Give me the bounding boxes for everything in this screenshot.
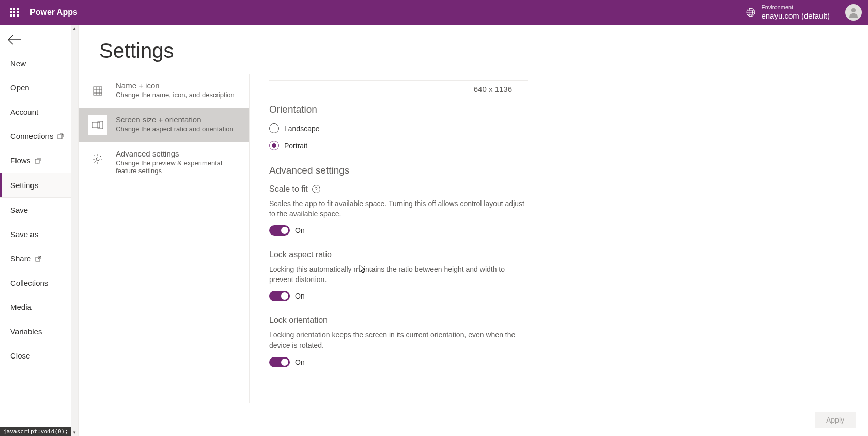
panel-footer: Apply bbox=[79, 403, 868, 436]
svg-rect-18 bbox=[92, 122, 100, 128]
nav-share[interactable]: Share bbox=[0, 246, 78, 271]
tab-desc: Change the name, icon, and description bbox=[116, 91, 235, 99]
toggle-state: On bbox=[295, 358, 305, 366]
environment-name: enayu.com (default) bbox=[761, 11, 830, 21]
nav-account[interactable]: Account bbox=[0, 100, 78, 124]
page-title: Settings bbox=[79, 25, 868, 74]
lock-aspect-desc: Locking this automatically maintains the… bbox=[269, 264, 528, 285]
lock-aspect-toggle[interactable] bbox=[269, 291, 290, 301]
app-icon-icon bbox=[88, 81, 107, 101]
svg-point-5 bbox=[851, 8, 856, 12]
nav-label: Save bbox=[10, 206, 28, 214]
globe-icon bbox=[746, 7, 756, 18]
lock-orientation-toggle[interactable] bbox=[269, 357, 290, 367]
svg-rect-13 bbox=[94, 87, 102, 95]
nav-connections[interactable]: Connections bbox=[0, 124, 78, 148]
nav-variables[interactable]: Variables bbox=[0, 319, 78, 344]
tab-desc: Change the aspect ratio and orientation bbox=[116, 125, 234, 133]
setting-title: Scale to fit bbox=[269, 184, 308, 194]
nav-label: Flows bbox=[10, 156, 30, 165]
nav-label: Save as bbox=[10, 230, 38, 239]
nav-label: Connections bbox=[10, 132, 53, 141]
nav-save-as[interactable]: Save as bbox=[0, 222, 78, 246]
nav-label: Settings bbox=[10, 181, 38, 190]
device-icon bbox=[88, 115, 107, 135]
radio-icon bbox=[269, 123, 279, 133]
lock-orientation-heading: Lock orientation bbox=[269, 316, 528, 325]
scroll-up-icon: ▲ bbox=[72, 25, 76, 32]
tab-title: Advanced settings bbox=[116, 149, 240, 158]
left-sidebar: New Open Account Connections Flows Setti… bbox=[0, 25, 79, 436]
back-button[interactable] bbox=[0, 25, 78, 51]
tab-title: Screen size + orientation bbox=[116, 115, 234, 124]
popout-icon bbox=[57, 133, 64, 139]
nav-label: New bbox=[10, 59, 26, 68]
popout-icon bbox=[35, 158, 41, 164]
popout-icon bbox=[35, 256, 41, 262]
orientation-heading: Orientation bbox=[269, 104, 528, 115]
environment-label: Environment bbox=[761, 4, 830, 11]
arrow-left-icon bbox=[7, 34, 22, 45]
app-header: Power Apps Environment enayu.com (defaul… bbox=[0, 0, 868, 25]
environment-picker[interactable]: Environment enayu.com (default) bbox=[746, 4, 830, 20]
toggle-state: On bbox=[295, 226, 305, 235]
scale-to-fit-toggle[interactable] bbox=[269, 225, 290, 236]
nav-save[interactable]: Save bbox=[0, 198, 78, 222]
nav-new[interactable]: New bbox=[0, 51, 78, 75]
lock-aspect-heading: Lock aspect ratio bbox=[269, 250, 528, 259]
screen-dimensions: 640 x 1136 bbox=[259, 85, 517, 94]
apply-button[interactable]: Apply bbox=[815, 412, 856, 428]
advanced-heading: Advanced settings bbox=[269, 165, 528, 176]
user-avatar[interactable] bbox=[845, 4, 862, 21]
person-icon bbox=[847, 6, 860, 19]
scale-to-fit-heading: Scale to fit ? bbox=[269, 184, 528, 194]
radio-landscape[interactable]: Landscape bbox=[269, 123, 528, 133]
gear-icon bbox=[88, 149, 107, 169]
nav-label: Open bbox=[10, 83, 29, 92]
nav-label: Close bbox=[10, 351, 30, 360]
lock-orientation-desc: Locking orientation keeps the screen in … bbox=[269, 330, 528, 350]
nav-open[interactable]: Open bbox=[0, 75, 78, 100]
nav-flows[interactable]: Flows bbox=[0, 148, 78, 173]
nav-label: Share bbox=[10, 254, 31, 263]
nav-settings[interactable]: Settings bbox=[0, 173, 78, 197]
nav-media[interactable]: Media bbox=[0, 295, 78, 319]
settings-tabs: Name + icon Change the name, icon, and d… bbox=[79, 74, 249, 403]
help-icon[interactable]: ? bbox=[312, 185, 320, 193]
nav-label: Collections bbox=[10, 278, 48, 287]
scale-to-fit-desc: Scales the app to fit available space. T… bbox=[269, 199, 528, 219]
nav-collections[interactable]: Collections bbox=[0, 271, 78, 295]
toggle-state: On bbox=[295, 292, 305, 300]
tab-advanced[interactable]: Advanced settings Change the preview & e… bbox=[79, 142, 249, 182]
nav-label: Variables bbox=[10, 327, 42, 336]
radio-label: Portrait bbox=[284, 142, 307, 150]
tab-title: Name + icon bbox=[116, 81, 235, 90]
scroll-down-icon: ▼ bbox=[72, 429, 76, 436]
waffle-icon bbox=[10, 8, 19, 17]
tab-desc: Change the preview & experimental featur… bbox=[116, 159, 240, 175]
nav-label: Account bbox=[10, 107, 38, 116]
radio-icon bbox=[269, 141, 279, 150]
tab-name-icon[interactable]: Name + icon Change the name, icon, and d… bbox=[79, 74, 249, 108]
svg-point-20 bbox=[96, 158, 99, 161]
tab-screen-size[interactable]: Screen size + orientation Change the asp… bbox=[79, 108, 249, 142]
nav-close[interactable]: Close bbox=[0, 344, 78, 368]
radio-label: Landscape bbox=[284, 124, 320, 133]
nav-label: Media bbox=[10, 303, 32, 312]
settings-panel: 640 x 1136 Orientation Landscape Portrai… bbox=[249, 74, 868, 403]
radio-portrait[interactable]: Portrait bbox=[269, 141, 528, 150]
sidebar-scrollbar[interactable]: ▲ ▼ bbox=[71, 25, 78, 436]
browser-status-bar: javascript:void(0); bbox=[0, 427, 71, 436]
app-launcher-button[interactable] bbox=[6, 4, 23, 21]
brand-title: Power Apps bbox=[30, 8, 78, 17]
